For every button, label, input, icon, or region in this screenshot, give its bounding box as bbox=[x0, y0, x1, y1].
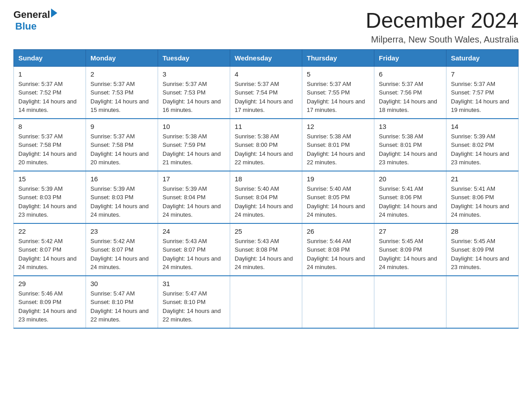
calendar-cell: 25Sunrise: 5:43 AMSunset: 8:08 PMDayligh… bbox=[230, 223, 302, 276]
day-info: Sunrise: 5:47 AMSunset: 8:10 PMDaylight:… bbox=[90, 289, 153, 324]
day-info: Sunrise: 5:40 AMSunset: 8:04 PMDaylight:… bbox=[235, 184, 297, 219]
calendar-day-header: Thursday bbox=[302, 49, 374, 66]
calendar-day-header: Sunday bbox=[14, 49, 86, 66]
logo: General Blue bbox=[13, 9, 57, 32]
day-number: 4 bbox=[235, 70, 297, 78]
day-info: Sunrise: 5:47 AMSunset: 8:10 PMDaylight:… bbox=[163, 289, 225, 324]
day-info: Sunrise: 5:37 AMSunset: 7:55 PMDaylight:… bbox=[307, 80, 369, 115]
calendar-cell: 7Sunrise: 5:37 AMSunset: 7:57 PMDaylight… bbox=[446, 66, 519, 119]
calendar-day-header: Saturday bbox=[446, 49, 519, 66]
day-number: 29 bbox=[18, 280, 81, 287]
page-subtitle: Milperra, New South Wales, Australia bbox=[365, 34, 519, 45]
day-number: 1 bbox=[18, 70, 81, 78]
day-number: 22 bbox=[18, 227, 81, 235]
calendar-week-row: 22Sunrise: 5:42 AMSunset: 8:07 PMDayligh… bbox=[14, 223, 519, 276]
day-number: 11 bbox=[235, 123, 297, 130]
calendar-cell: 15Sunrise: 5:39 AMSunset: 8:03 PMDayligh… bbox=[14, 171, 86, 223]
calendar-cell: 19Sunrise: 5:40 AMSunset: 8:05 PMDayligh… bbox=[302, 171, 374, 223]
day-number: 13 bbox=[379, 123, 442, 130]
day-number: 27 bbox=[379, 227, 442, 235]
day-info: Sunrise: 5:37 AMSunset: 7:52 PMDaylight:… bbox=[18, 80, 81, 115]
page-header: General Blue December 2024 Milperra, New… bbox=[13, 9, 519, 45]
day-info: Sunrise: 5:41 AMSunset: 8:06 PMDaylight:… bbox=[379, 184, 442, 219]
day-number: 31 bbox=[163, 280, 225, 287]
day-info: Sunrise: 5:37 AMSunset: 7:57 PMDaylight:… bbox=[451, 80, 514, 115]
day-number: 5 bbox=[307, 70, 369, 78]
day-number: 18 bbox=[235, 175, 297, 183]
calendar-cell: 5Sunrise: 5:37 AMSunset: 7:55 PMDaylight… bbox=[302, 66, 374, 119]
calendar-week-row: 8Sunrise: 5:37 AMSunset: 7:58 PMDaylight… bbox=[14, 119, 519, 171]
calendar-cell: 22Sunrise: 5:42 AMSunset: 8:07 PMDayligh… bbox=[14, 223, 86, 276]
day-number: 14 bbox=[451, 123, 514, 130]
day-info: Sunrise: 5:39 AMSunset: 8:03 PMDaylight:… bbox=[90, 184, 153, 219]
day-info: Sunrise: 5:42 AMSunset: 8:07 PMDaylight:… bbox=[90, 237, 153, 272]
calendar-cell: 14Sunrise: 5:39 AMSunset: 8:02 PMDayligh… bbox=[446, 119, 519, 171]
day-number: 2 bbox=[90, 70, 153, 78]
day-info: Sunrise: 5:37 AMSunset: 7:54 PMDaylight:… bbox=[235, 80, 297, 115]
day-number: 12 bbox=[307, 123, 369, 130]
day-info: Sunrise: 5:42 AMSunset: 8:07 PMDaylight:… bbox=[18, 237, 81, 272]
calendar-cell: 26Sunrise: 5:44 AMSunset: 8:08 PMDayligh… bbox=[302, 223, 374, 276]
calendar-week-row: 29Sunrise: 5:46 AMSunset: 8:09 PMDayligh… bbox=[14, 276, 519, 328]
calendar-cell: 12Sunrise: 5:38 AMSunset: 8:01 PMDayligh… bbox=[302, 119, 374, 171]
calendar-cell: 4Sunrise: 5:37 AMSunset: 7:54 PMDaylight… bbox=[230, 66, 302, 119]
day-number: 26 bbox=[307, 227, 369, 235]
calendar-header-row: SundayMondayTuesdayWednesdayThursdayFrid… bbox=[14, 49, 519, 66]
calendar-day-header: Wednesday bbox=[230, 49, 302, 66]
calendar-cell: 27Sunrise: 5:45 AMSunset: 8:09 PMDayligh… bbox=[374, 223, 446, 276]
day-info: Sunrise: 5:45 AMSunset: 8:09 PMDaylight:… bbox=[379, 237, 442, 272]
day-info: Sunrise: 5:39 AMSunset: 8:04 PMDaylight:… bbox=[163, 184, 225, 219]
calendar-cell: 10Sunrise: 5:38 AMSunset: 7:59 PMDayligh… bbox=[158, 119, 230, 171]
calendar-cell: 24Sunrise: 5:43 AMSunset: 8:07 PMDayligh… bbox=[158, 223, 230, 276]
day-number: 21 bbox=[451, 175, 514, 183]
calendar-cell: 17Sunrise: 5:39 AMSunset: 8:04 PMDayligh… bbox=[158, 171, 230, 223]
calendar-cell: 21Sunrise: 5:41 AMSunset: 8:06 PMDayligh… bbox=[446, 171, 519, 223]
calendar-day-header: Tuesday bbox=[158, 49, 230, 66]
logo-triangle-icon bbox=[51, 9, 57, 17]
day-info: Sunrise: 5:37 AMSunset: 7:56 PMDaylight:… bbox=[379, 80, 442, 115]
day-info: Sunrise: 5:45 AMSunset: 8:09 PMDaylight:… bbox=[451, 237, 514, 272]
calendar-cell bbox=[302, 276, 374, 328]
day-info: Sunrise: 5:38 AMSunset: 8:01 PMDaylight:… bbox=[379, 132, 442, 167]
calendar-cell: 9Sunrise: 5:37 AMSunset: 7:58 PMDaylight… bbox=[86, 119, 158, 171]
day-number: 7 bbox=[451, 70, 514, 78]
calendar-cell: 30Sunrise: 5:47 AMSunset: 8:10 PMDayligh… bbox=[86, 276, 158, 328]
calendar-cell: 13Sunrise: 5:38 AMSunset: 8:01 PMDayligh… bbox=[374, 119, 446, 171]
page-title: December 2024 bbox=[365, 9, 519, 33]
day-number: 10 bbox=[163, 123, 225, 130]
day-info: Sunrise: 5:41 AMSunset: 8:06 PMDaylight:… bbox=[451, 184, 514, 219]
logo-text-general: General bbox=[13, 9, 50, 21]
calendar-day-header: Monday bbox=[86, 49, 158, 66]
day-info: Sunrise: 5:43 AMSunset: 8:07 PMDaylight:… bbox=[163, 237, 225, 272]
day-number: 8 bbox=[18, 123, 81, 130]
day-info: Sunrise: 5:37 AMSunset: 7:53 PMDaylight:… bbox=[90, 80, 153, 115]
calendar-cell: 23Sunrise: 5:42 AMSunset: 8:07 PMDayligh… bbox=[86, 223, 158, 276]
day-info: Sunrise: 5:43 AMSunset: 8:08 PMDaylight:… bbox=[235, 237, 297, 272]
calendar-cell bbox=[446, 276, 519, 328]
day-info: Sunrise: 5:38 AMSunset: 8:00 PMDaylight:… bbox=[235, 132, 297, 167]
day-number: 24 bbox=[163, 227, 225, 235]
title-section: December 2024 Milperra, New South Wales,… bbox=[365, 9, 519, 45]
day-number: 30 bbox=[90, 280, 153, 287]
day-number: 15 bbox=[18, 175, 81, 183]
logo-text-blue: Blue bbox=[15, 21, 37, 32]
calendar-cell: 29Sunrise: 5:46 AMSunset: 8:09 PMDayligh… bbox=[14, 276, 86, 328]
day-number: 16 bbox=[90, 175, 153, 183]
day-info: Sunrise: 5:37 AMSunset: 7:58 PMDaylight:… bbox=[18, 132, 81, 167]
calendar-cell: 11Sunrise: 5:38 AMSunset: 8:00 PMDayligh… bbox=[230, 119, 302, 171]
calendar-cell: 31Sunrise: 5:47 AMSunset: 8:10 PMDayligh… bbox=[158, 276, 230, 328]
calendar-week-row: 1Sunrise: 5:37 AMSunset: 7:52 PMDaylight… bbox=[14, 66, 519, 119]
day-number: 20 bbox=[379, 175, 442, 183]
calendar-table: SundayMondayTuesdayWednesdayThursdayFrid… bbox=[13, 49, 519, 329]
day-info: Sunrise: 5:44 AMSunset: 8:08 PMDaylight:… bbox=[307, 237, 369, 272]
day-info: Sunrise: 5:38 AMSunset: 7:59 PMDaylight:… bbox=[163, 132, 225, 167]
day-info: Sunrise: 5:39 AMSunset: 8:02 PMDaylight:… bbox=[451, 132, 514, 167]
day-number: 9 bbox=[90, 123, 153, 130]
calendar-week-row: 15Sunrise: 5:39 AMSunset: 8:03 PMDayligh… bbox=[14, 171, 519, 223]
day-number: 28 bbox=[451, 227, 514, 235]
calendar-cell bbox=[230, 276, 302, 328]
calendar-cell: 18Sunrise: 5:40 AMSunset: 8:04 PMDayligh… bbox=[230, 171, 302, 223]
day-info: Sunrise: 5:40 AMSunset: 8:05 PMDaylight:… bbox=[307, 184, 369, 219]
calendar-cell: 20Sunrise: 5:41 AMSunset: 8:06 PMDayligh… bbox=[374, 171, 446, 223]
calendar-cell: 8Sunrise: 5:37 AMSunset: 7:58 PMDaylight… bbox=[14, 119, 86, 171]
